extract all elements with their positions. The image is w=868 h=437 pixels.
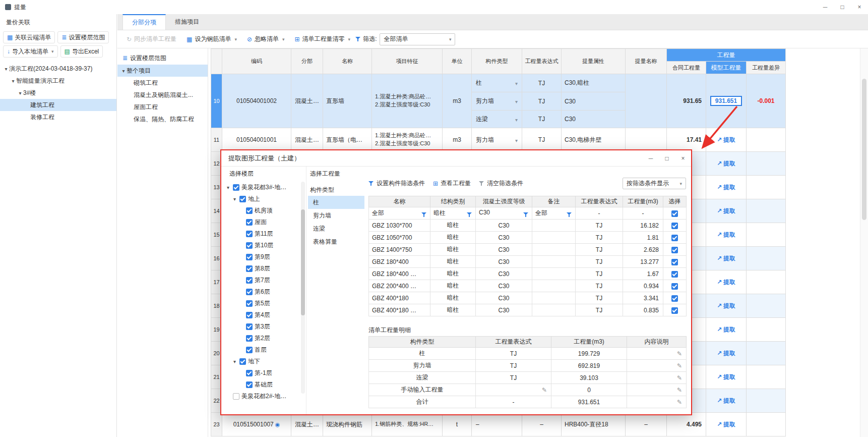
dialog-floor-tree-item[interactable]: 第2层 <box>224 333 299 344</box>
extract-button[interactable]: ↗提取 <box>717 302 735 310</box>
dialog-maximize-button[interactable]: □ <box>659 150 675 166</box>
filter-cell[interactable]: - <box>576 207 623 220</box>
model-qty-cell[interactable]: ↗提取 <box>706 128 747 152</box>
component-row[interactable]: GBZ 400*180暗柱C30TJ3.341 <box>369 292 687 304</box>
section-cell[interactable]: 混凝土… <box>291 128 323 152</box>
model-qty-cell[interactable]: ↗提取 <box>706 176 747 199</box>
extract-button[interactable]: ↗提取 <box>717 373 735 381</box>
component-row[interactable]: GBZ 1400*750暗柱C30TJ2.628 <box>369 244 687 256</box>
dialog-floor-tree-item[interactable]: 基础层 <box>224 379 299 391</box>
extract-attr-cell[interactable]: HRB400-直径18 <box>562 413 626 436</box>
component-type-cell[interactable]: ▾剪力墙 <box>472 92 522 111</box>
floor-checkbox[interactable] <box>246 265 253 272</box>
component-checkbox[interactable] <box>671 259 678 265</box>
model-qty-cell[interactable]: ↗提取 <box>706 294 747 318</box>
model-qty-cell[interactable]: ↗提取 <box>706 342 747 365</box>
floor-checkbox[interactable] <box>246 300 253 307</box>
model-qty-cell[interactable]: ↗提取 <box>706 199 747 223</box>
project-tree-item[interactable]: ▾3#楼 <box>0 87 116 99</box>
column-header[interactable]: 名称 <box>369 196 430 207</box>
dialog-floor-tree-item[interactable]: 第11层 <box>224 228 299 240</box>
code-cell[interactable]: 010515001007◉ <box>222 413 291 436</box>
column-header[interactable]: 单位 <box>443 49 472 74</box>
column-header[interactable]: 工程量表达式 <box>476 337 551 348</box>
qty-group-header[interactable]: 工程量 <box>667 49 786 62</box>
model-qty-cell[interactable]: ↗提取 <box>706 389 747 413</box>
qty-sub-header[interactable]: 模型工程量 <box>706 62 747 74</box>
clear-filter-button[interactable]: 清空筛选条件 <box>479 179 523 188</box>
section-tree-item[interactable]: ▾整个项目 <box>117 65 208 77</box>
component-row[interactable]: GBZ 180*400暗柱C30TJ13.277 <box>369 256 687 268</box>
qty-expr-cell[interactable]: TJ <box>522 92 562 111</box>
qty-diff-cell[interactable] <box>747 318 786 342</box>
table-scrollbar[interactable] <box>860 48 868 437</box>
link-cloud-list-button[interactable]: ▦ 关联云端清单 <box>3 31 55 43</box>
table-row[interactable]: 10010504001002混凝土…直形墙1.混凝土种类:商品砼…2.混凝土强度… <box>211 74 786 92</box>
column-header[interactable]: 提量属性 <box>562 49 626 74</box>
floor-checkbox[interactable] <box>246 370 253 376</box>
component-type-item[interactable]: 剪力墙 <box>308 209 364 222</box>
component-row[interactable]: GBZ 1050*700暗柱C30TJ1.81 <box>369 232 687 244</box>
column-header[interactable]: 工程量表达式 <box>522 49 562 74</box>
component-select-cell[interactable] <box>663 292 687 304</box>
qty-expr-cell[interactable]: TJ <box>522 111 562 128</box>
model-qty-value[interactable]: 931.651 <box>710 96 742 106</box>
select-all-checkbox[interactable] <box>671 210 678 217</box>
floor-checkbox[interactable] <box>246 312 253 318</box>
filter-cell[interactable]: 暗柱 <box>430 207 476 220</box>
dialog-minimize-button[interactable]: ─ <box>643 150 659 166</box>
component-select-cell[interactable] <box>663 232 687 244</box>
feature-cell[interactable]: 1.混凝土种类:商品砼…2.混凝土强度等级:C30 <box>372 128 443 152</box>
column-header[interactable]: 提量名称 <box>626 49 667 74</box>
qty-diff-cell[interactable] <box>747 389 786 413</box>
table-row[interactable]: 11010504001001混凝土…直形墙（电…1.混凝土种类:商品砼…2.混凝… <box>211 128 786 152</box>
filter-funnel-icon[interactable] <box>421 212 427 217</box>
extract-button[interactable]: ↗提取 <box>717 159 735 168</box>
section-cell[interactable]: 混凝土… <box>291 74 323 128</box>
floor-range-header[interactable]: ≣ 设置楼层范围 <box>117 51 208 65</box>
component-checkbox[interactable] <box>671 223 678 229</box>
model-qty-cell[interactable]: ↗提取 <box>706 247 747 270</box>
section-tree-item[interactable]: 保温、隔热、防腐工程 <box>117 113 208 125</box>
floor-checkbox[interactable] <box>239 196 246 202</box>
floor-checkbox[interactable] <box>246 242 253 249</box>
tab-0[interactable]: 分部分项 <box>122 14 166 30</box>
qty-diff-cell[interactable] <box>747 199 786 223</box>
component-select-cell[interactable] <box>663 268 687 280</box>
component-row[interactable]: GBZ 200*400 …暗柱C30TJ0.934 <box>369 280 687 292</box>
extract-button[interactable]: ↗提取 <box>717 278 735 287</box>
component-select-cell[interactable] <box>663 220 687 232</box>
column-header[interactable]: 工程量表达式 <box>576 196 623 207</box>
tree-expand-icon[interactable]: ▾ <box>3 66 9 72</box>
component-select-cell[interactable] <box>663 256 687 268</box>
dialog-floor-tree-item[interactable]: 首层 <box>224 344 299 356</box>
sync-list-qty-button[interactable]: ↻ 同步清单工程量 <box>121 33 181 46</box>
filter-funnel-icon[interactable] <box>523 212 529 217</box>
column-header[interactable]: 编码 <box>222 49 291 74</box>
extract-button[interactable]: ↗提取 <box>717 420 735 429</box>
qty-expr-cell[interactable]: – <box>522 413 562 436</box>
dropdown-caret-icon[interactable]: ▾ <box>515 81 518 86</box>
floor-checkbox[interactable] <box>233 184 239 191</box>
extract-attr-cell[interactable]: C30 <box>562 92 626 111</box>
dialog-floor-tree-item[interactable]: ▾地下 <box>224 356 299 367</box>
section-tree-item[interactable]: 混凝土及钢筋混凝土... <box>117 89 208 101</box>
code-cell[interactable]: 010504001002 <box>222 74 291 128</box>
floor-checkbox[interactable] <box>246 335 253 342</box>
column-header[interactable]: 名称 <box>323 49 372 74</box>
component-type-item[interactable]: 表格算量 <box>308 235 364 248</box>
component-row[interactable]: GBZ 1030*700暗柱C30TJ16.182 <box>369 220 687 232</box>
component-checkbox[interactable] <box>671 247 678 253</box>
name-cell[interactable]: 直形墙 <box>323 74 372 128</box>
floor-checkbox[interactable] <box>246 207 253 214</box>
extract-name-cell[interactable]: – <box>626 413 667 436</box>
qty-diff-cell[interactable] <box>747 176 786 199</box>
dialog-floor-tree-item[interactable]: 美泉花都2#-地… <box>224 391 299 402</box>
component-select-cell[interactable] <box>663 280 687 292</box>
qty-diff-cell[interactable] <box>747 223 786 247</box>
filter-cell[interactable]: 全部 <box>369 207 430 220</box>
tree-expand-icon[interactable]: ▾ <box>120 68 127 74</box>
tab-1[interactable]: 措施项目 <box>166 14 208 30</box>
minimize-button[interactable]: ─ <box>817 0 834 14</box>
view-quantity-button[interactable]: ⊞ 查看工程量 <box>433 179 471 188</box>
